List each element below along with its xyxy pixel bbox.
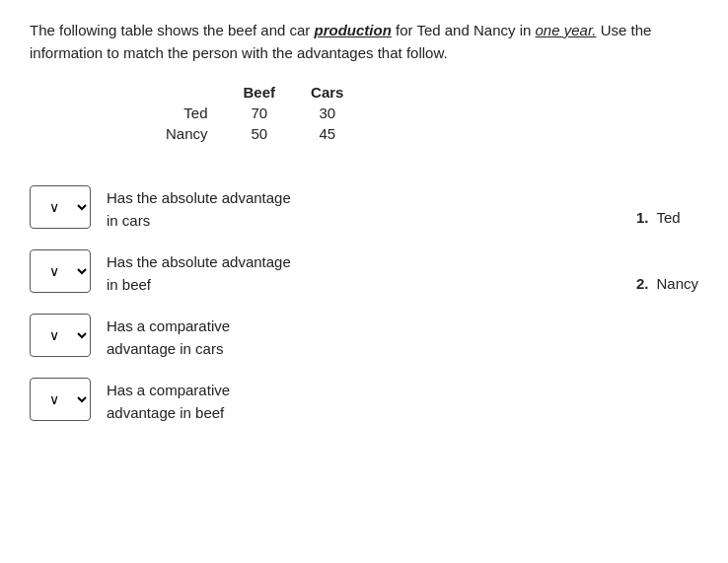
answer-item-2: 2.Nancy bbox=[636, 275, 698, 292]
cell-beef: 70 bbox=[226, 103, 294, 123]
select-3[interactable]: ∨TedNancy bbox=[31, 326, 90, 344]
answer-number-1: 1. bbox=[636, 209, 649, 226]
answer-item-1: 1.Ted bbox=[636, 209, 698, 226]
dropdown-1[interactable]: ∨TedNancy bbox=[30, 185, 91, 229]
intro-bold-word: production bbox=[315, 22, 392, 38]
col-header-cars: Cars bbox=[293, 82, 361, 103]
cell-name: Ted bbox=[148, 103, 226, 123]
matching-area: ∨TedNancyHas the absolute advantagein ca… bbox=[30, 183, 597, 424]
match-row-2: ∨TedNancyHas the absolute advantagein be… bbox=[30, 247, 597, 296]
select-4[interactable]: ∨TedNancy bbox=[31, 390, 90, 408]
answers-column: 1.Ted2.Nancy bbox=[636, 174, 698, 292]
dropdown-2[interactable]: ∨TedNancy bbox=[30, 249, 91, 293]
match-row-1: ∨TedNancyHas the absolute advantagein ca… bbox=[30, 183, 597, 232]
cell-cars: 30 bbox=[293, 103, 361, 123]
col-header-name bbox=[148, 82, 226, 103]
match-label-1: Has the absolute advantagein cars bbox=[107, 183, 304, 232]
col-header-beef: Beef bbox=[226, 82, 294, 103]
answer-number-2: 2. bbox=[636, 275, 649, 292]
table-row: Nancy 50 45 bbox=[148, 123, 361, 144]
intro-italic-word: one year. bbox=[536, 22, 597, 38]
production-table: Beef Cars Ted 70 30 Nancy 50 45 bbox=[148, 82, 361, 144]
cell-beef: 50 bbox=[226, 123, 294, 144]
answer-name-1: Ted bbox=[656, 209, 680, 226]
dropdown-4[interactable]: ∨TedNancy bbox=[30, 378, 91, 421]
select-2[interactable]: ∨TedNancy bbox=[31, 262, 90, 280]
cell-name: Nancy bbox=[148, 123, 226, 144]
intro-text-middle: for Ted and Nancy in bbox=[392, 22, 536, 38]
match-row-4: ∨TedNancyHas a comparativeadvantage in b… bbox=[30, 376, 597, 424]
match-row-3: ∨TedNancyHas a comparativeadvantage in c… bbox=[30, 312, 597, 360]
match-label-3: Has a comparativeadvantage in cars bbox=[107, 312, 304, 360]
match-label-2: Has the absolute advantagein beef bbox=[107, 247, 304, 296]
dropdown-3[interactable]: ∨TedNancy bbox=[30, 314, 91, 357]
intro-text-before: The following table shows the beef and c… bbox=[30, 22, 315, 38]
answer-name-2: Nancy bbox=[656, 275, 698, 292]
table-row: Ted 70 30 bbox=[148, 103, 361, 123]
match-label-4: Has a comparativeadvantage in beef bbox=[107, 376, 304, 424]
intro-paragraph: The following table shows the beef and c… bbox=[30, 20, 698, 64]
select-1[interactable]: ∨TedNancy bbox=[31, 198, 90, 216]
cell-cars: 45 bbox=[293, 123, 361, 144]
table-header-row: Beef Cars bbox=[148, 82, 361, 103]
